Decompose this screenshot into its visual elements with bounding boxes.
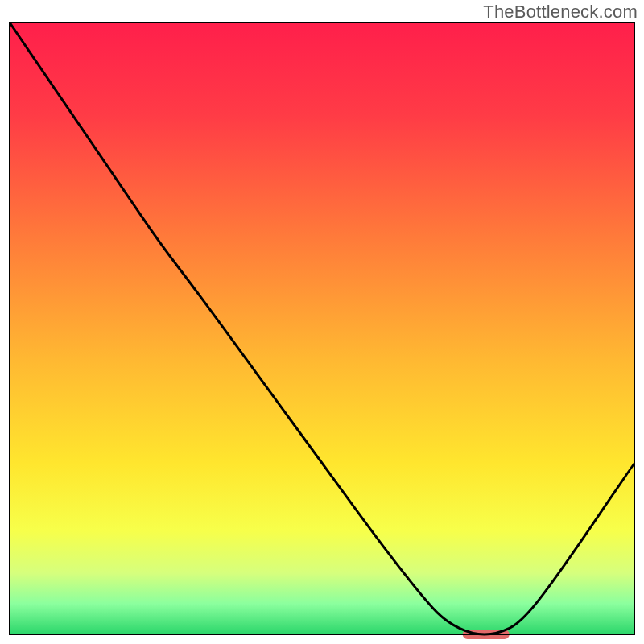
- plot-background: [10, 23, 634, 634]
- watermark-text: TheBottleneck.com: [483, 2, 638, 23]
- bottleneck-chart: [0, 0, 644, 644]
- chart-container: TheBottleneck.com: [0, 0, 644, 644]
